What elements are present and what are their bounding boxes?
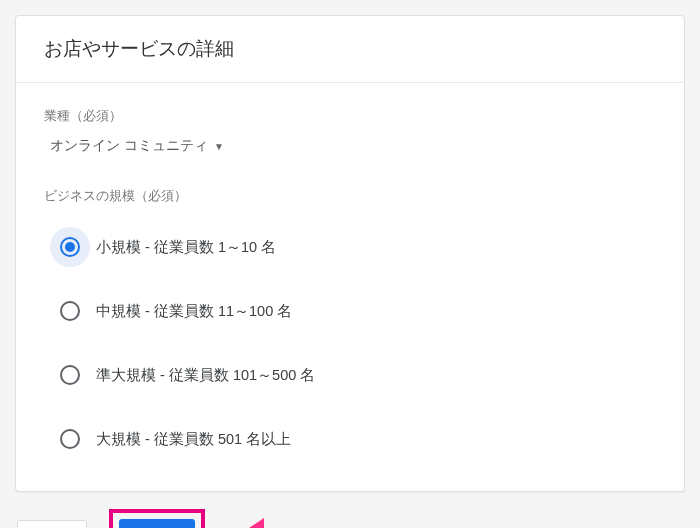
next-button[interactable]: 次へ [119, 519, 195, 528]
business-size-section: ビジネスの規模（必須） 小規模 - 従業員数 1～10 名 中規模 - 従業員数… [44, 187, 656, 469]
radio-label: 中規模 - 従業員数 11～100 名 [96, 302, 292, 321]
industry-value: オンライン コミュニティ [50, 137, 208, 155]
footer: 戻る 次へ [15, 492, 685, 528]
business-size-label: ビジネスの規模（必須） [44, 187, 656, 205]
radio-icon [50, 419, 90, 459]
card-body: 業種（必須） オンライン コミュニティ ▼ ビジネスの規模（必須） 小規模 - … [16, 83, 684, 491]
industry-dropdown[interactable]: オンライン コミュニティ ▼ [50, 133, 224, 159]
next-button-highlight: 次へ [109, 509, 205, 528]
radio-icon [50, 355, 90, 395]
chevron-down-icon: ▼ [214, 141, 224, 152]
radio-label: 大規模 - 従業員数 501 名以上 [96, 430, 291, 449]
back-button[interactable]: 戻る [17, 520, 87, 528]
details-card: お店やサービスの詳細 業種（必須） オンライン コミュニティ ▼ ビジネスの規模… [15, 15, 685, 492]
industry-label: 業種（必須） [44, 107, 656, 125]
radio-semi-large[interactable]: 準大規模 - 従業員数 101～500 名 [44, 345, 656, 405]
arrow-left-icon [229, 508, 319, 528]
radio-icon [50, 291, 90, 331]
radio-label: 準大規模 - 従業員数 101～500 名 [96, 366, 315, 385]
radio-icon [50, 227, 90, 267]
radio-small[interactable]: 小規模 - 従業員数 1～10 名 [44, 217, 656, 277]
business-size-radio-group: 小規模 - 従業員数 1～10 名 中規模 - 従業員数 11～100 名 準大… [44, 217, 656, 469]
card-title: お店やサービスの詳細 [16, 16, 684, 83]
radio-label: 小規模 - 従業員数 1～10 名 [96, 238, 276, 257]
industry-section: 業種（必須） オンライン コミュニティ ▼ [44, 107, 656, 159]
radio-medium[interactable]: 中規模 - 従業員数 11～100 名 [44, 281, 656, 341]
radio-large[interactable]: 大規模 - 従業員数 501 名以上 [44, 409, 656, 469]
